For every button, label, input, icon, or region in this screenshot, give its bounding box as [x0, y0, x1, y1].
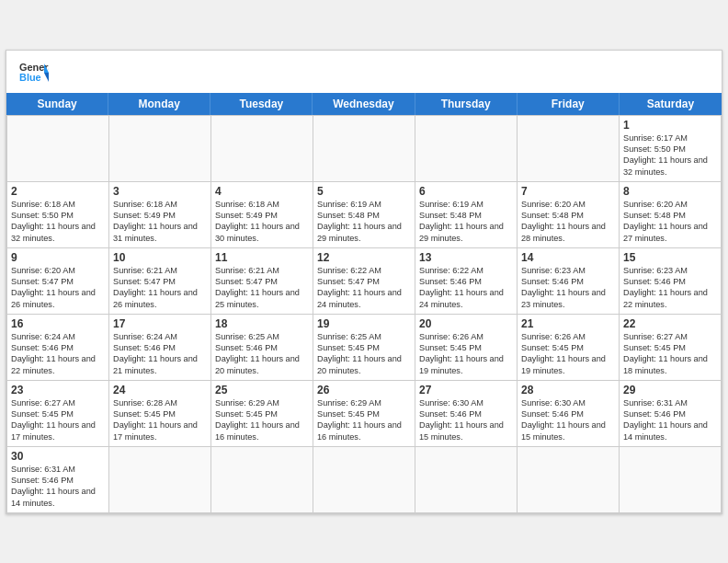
day-number: 6	[419, 185, 513, 198]
day-number: 17	[113, 317, 207, 330]
day-cell-29: 29Sunrise: 6:31 AMSunset: 5:46 PMDayligh…	[620, 381, 722, 447]
cell-info: Sunrise: 6:18 AMSunset: 5:50 PMDaylight:…	[11, 199, 105, 245]
empty-cell	[415, 116, 518, 182]
day-cell-3: 3Sunrise: 6:18 AMSunset: 5:49 PMDaylight…	[109, 182, 211, 248]
day-cell-22: 22Sunrise: 6:27 AMSunset: 5:45 PMDayligh…	[620, 315, 722, 381]
cell-info: Sunrise: 6:31 AMSunset: 5:46 PMDaylight:…	[623, 397, 717, 443]
day-number: 7	[521, 185, 615, 198]
logo: General Blue	[19, 60, 49, 86]
day-number: 26	[317, 384, 411, 396]
day-number: 16	[11, 317, 105, 330]
day-cell-11: 11Sunrise: 6:21 AMSunset: 5:47 PMDayligh…	[211, 248, 313, 315]
empty-cell	[518, 116, 620, 182]
day-number: 20	[419, 317, 513, 330]
day-header-friday: Friday	[518, 93, 620, 115]
day-cell-13: 13Sunrise: 6:22 AMSunset: 5:46 PMDayligh…	[415, 248, 518, 315]
day-number: 19	[317, 317, 411, 330]
day-number: 22	[623, 317, 717, 330]
day-cell-7: 7Sunrise: 6:20 AMSunset: 5:48 PMDaylight…	[518, 182, 620, 248]
day-cell-4: 4Sunrise: 6:18 AMSunset: 5:49 PMDaylight…	[211, 182, 313, 248]
day-cell-16: 16Sunrise: 6:24 AMSunset: 5:46 PMDayligh…	[7, 315, 109, 381]
cell-info: Sunrise: 6:24 AMSunset: 5:46 PMDaylight:…	[113, 331, 207, 377]
empty-cell	[7, 116, 109, 182]
cell-info: Sunrise: 6:23 AMSunset: 5:46 PMDaylight:…	[521, 265, 615, 311]
cell-info: Sunrise: 6:27 AMSunset: 5:45 PMDaylight:…	[11, 397, 105, 443]
day-number: 11	[215, 251, 309, 264]
day-number: 21	[521, 317, 615, 330]
cell-info: Sunrise: 6:23 AMSunset: 5:46 PMDaylight:…	[623, 265, 717, 311]
empty-cell	[518, 447, 620, 513]
cell-info: Sunrise: 6:30 AMSunset: 5:46 PMDaylight:…	[521, 397, 615, 443]
day-cell-25: 25Sunrise: 6:29 AMSunset: 5:45 PMDayligh…	[211, 381, 313, 447]
day-cell-6: 6Sunrise: 6:19 AMSunset: 5:48 PMDaylight…	[415, 182, 518, 248]
day-number: 13	[419, 251, 513, 264]
cell-info: Sunrise: 6:22 AMSunset: 5:46 PMDaylight:…	[419, 265, 513, 311]
empty-cell	[211, 116, 313, 182]
calendar-grid: 1Sunrise: 6:17 AMSunset: 5:50 PMDaylight…	[6, 115, 722, 513]
day-cell-9: 9Sunrise: 6:20 AMSunset: 5:47 PMDaylight…	[7, 248, 109, 315]
day-cell-17: 17Sunrise: 6:24 AMSunset: 5:46 PMDayligh…	[109, 315, 211, 381]
cell-info: Sunrise: 6:18 AMSunset: 5:49 PMDaylight:…	[113, 199, 207, 245]
cell-info: Sunrise: 6:30 AMSunset: 5:46 PMDaylight:…	[419, 397, 513, 443]
cell-info: Sunrise: 6:20 AMSunset: 5:48 PMDaylight:…	[623, 199, 717, 245]
svg-marker-3	[44, 73, 49, 82]
cell-info: Sunrise: 6:19 AMSunset: 5:48 PMDaylight:…	[317, 199, 411, 245]
empty-cell	[211, 447, 313, 513]
day-cell-26: 26Sunrise: 6:29 AMSunset: 5:45 PMDayligh…	[313, 381, 415, 447]
day-number: 28	[521, 384, 615, 396]
cell-info: Sunrise: 6:21 AMSunset: 5:47 PMDaylight:…	[113, 265, 207, 311]
day-number: 5	[317, 185, 411, 198]
day-cell-1: 1Sunrise: 6:17 AMSunset: 5:50 PMDaylight…	[620, 116, 722, 182]
day-header-saturday: Saturday	[620, 93, 722, 115]
day-cell-30: 30Sunrise: 6:31 AMSunset: 5:46 PMDayligh…	[7, 447, 109, 513]
day-number: 1	[623, 119, 717, 132]
day-number: 8	[623, 185, 717, 198]
day-headers: SundayMondayTuesdayWednesdayThursdayFrid…	[6, 93, 722, 115]
day-number: 15	[623, 251, 717, 264]
day-number: 10	[113, 251, 207, 264]
day-number: 14	[521, 251, 615, 264]
cell-info: Sunrise: 6:28 AMSunset: 5:45 PMDaylight:…	[113, 397, 207, 443]
day-cell-19: 19Sunrise: 6:25 AMSunset: 5:45 PMDayligh…	[313, 315, 415, 381]
cell-info: Sunrise: 6:19 AMSunset: 5:48 PMDaylight:…	[419, 199, 513, 245]
cell-info: Sunrise: 6:24 AMSunset: 5:46 PMDaylight:…	[11, 331, 105, 377]
day-header-thursday: Thursday	[415, 93, 518, 115]
day-cell-28: 28Sunrise: 6:30 AMSunset: 5:46 PMDayligh…	[518, 381, 620, 447]
empty-cell	[109, 447, 211, 513]
day-number: 25	[215, 384, 309, 396]
cell-info: Sunrise: 6:22 AMSunset: 5:47 PMDaylight:…	[317, 265, 411, 311]
day-number: 2	[11, 185, 105, 198]
day-number: 27	[419, 384, 513, 396]
logo-icon: General Blue	[19, 60, 49, 86]
day-number: 12	[317, 251, 411, 264]
day-cell-2: 2Sunrise: 6:18 AMSunset: 5:50 PMDaylight…	[7, 182, 109, 248]
day-cell-12: 12Sunrise: 6:22 AMSunset: 5:47 PMDayligh…	[313, 248, 415, 315]
cell-info: Sunrise: 6:20 AMSunset: 5:48 PMDaylight:…	[521, 199, 615, 245]
cell-info: Sunrise: 6:21 AMSunset: 5:47 PMDaylight:…	[215, 265, 309, 311]
day-number: 30	[11, 450, 105, 463]
day-cell-18: 18Sunrise: 6:25 AMSunset: 5:46 PMDayligh…	[211, 315, 313, 381]
day-cell-15: 15Sunrise: 6:23 AMSunset: 5:46 PMDayligh…	[620, 248, 722, 315]
day-number: 3	[113, 185, 207, 198]
cell-info: Sunrise: 6:29 AMSunset: 5:45 PMDaylight:…	[215, 397, 309, 443]
day-cell-27: 27Sunrise: 6:30 AMSunset: 5:46 PMDayligh…	[415, 381, 518, 447]
cell-info: Sunrise: 6:26 AMSunset: 5:45 PMDaylight:…	[419, 331, 513, 377]
day-cell-8: 8Sunrise: 6:20 AMSunset: 5:48 PMDaylight…	[620, 182, 722, 248]
day-cell-14: 14Sunrise: 6:23 AMSunset: 5:46 PMDayligh…	[518, 248, 620, 315]
day-number: 29	[623, 384, 717, 396]
day-number: 18	[215, 317, 309, 330]
cell-info: Sunrise: 6:29 AMSunset: 5:45 PMDaylight:…	[317, 397, 411, 443]
day-number: 23	[11, 384, 105, 396]
cell-info: Sunrise: 6:26 AMSunset: 5:45 PMDaylight:…	[521, 331, 615, 377]
day-number: 9	[11, 251, 105, 264]
day-cell-5: 5Sunrise: 6:19 AMSunset: 5:48 PMDaylight…	[313, 182, 415, 248]
day-header-wednesday: Wednesday	[313, 93, 415, 115]
calendar-container: General Blue SundayMondayTuesdayWednesda…	[6, 50, 722, 514]
cell-info: Sunrise: 6:27 AMSunset: 5:45 PMDaylight:…	[623, 331, 717, 377]
cell-info: Sunrise: 6:17 AMSunset: 5:50 PMDaylight:…	[623, 132, 717, 178]
cell-info: Sunrise: 6:20 AMSunset: 5:47 PMDaylight:…	[11, 265, 105, 311]
empty-cell	[313, 447, 415, 513]
day-cell-21: 21Sunrise: 6:26 AMSunset: 5:45 PMDayligh…	[518, 315, 620, 381]
cell-info: Sunrise: 6:31 AMSunset: 5:46 PMDaylight:…	[11, 464, 105, 510]
day-number: 24	[113, 384, 207, 396]
